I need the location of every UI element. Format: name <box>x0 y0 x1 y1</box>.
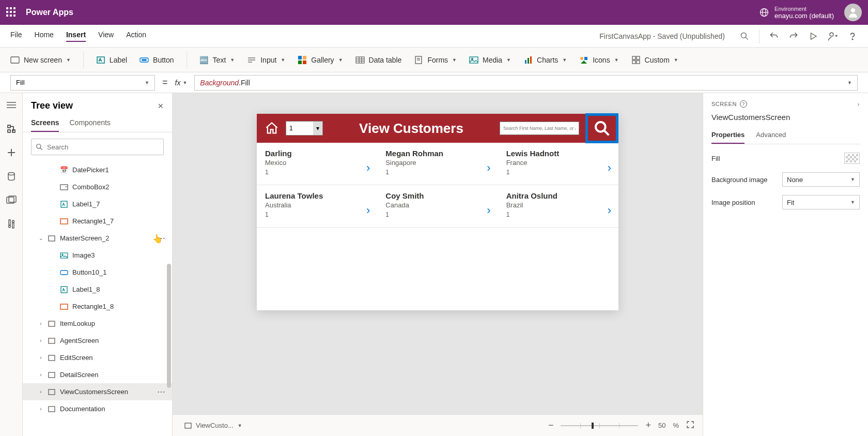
tree-node-detailscreen[interactable]: ›DetailScreen <box>23 366 172 383</box>
chevron-right-icon[interactable]: › <box>366 161 370 175</box>
customer-card[interactable]: Coy SmithCanada1› <box>377 185 498 228</box>
new-screen-button[interactable]: New screen▼ <box>10 55 71 65</box>
customer-card[interactable]: Megan RohmanSingapore1› <box>377 143 498 185</box>
redo-icon[interactable] <box>788 31 799 41</box>
chevron-right-icon[interactable]: › <box>487 204 490 217</box>
more-icon[interactable]: ⋯ <box>157 233 166 243</box>
fit-to-screen-icon[interactable] <box>686 420 694 430</box>
customer-card[interactable]: Anitra OslundBrazil1› <box>498 185 618 228</box>
media-rail-icon[interactable] <box>6 194 17 206</box>
gallery-dropdown[interactable]: Gallery▼ <box>298 55 343 65</box>
help-icon[interactable] <box>847 31 858 41</box>
customer-name: Lewis Hadnott <box>506 149 610 158</box>
app-launcher-icon[interactable] <box>6 7 17 18</box>
tools-rail-icon[interactable] <box>6 218 17 230</box>
home-icon[interactable] <box>264 121 280 136</box>
customer-card[interactable]: DarlingMexico1› <box>257 143 377 185</box>
breadcrumb-selector[interactable]: ViewCusto... ▼ <box>181 420 246 431</box>
insert-rail-icon[interactable] <box>6 147 17 158</box>
chevron-right-icon[interactable]: › <box>608 204 611 217</box>
menu-insert[interactable]: Insert <box>66 31 86 42</box>
icons-dropdown[interactable]: Icons▼ <box>579 55 618 65</box>
customer-card[interactable]: Laurena TowlesAustralia1› <box>257 185 377 228</box>
button-button[interactable]: Button <box>140 55 174 65</box>
tree-node-editscreen[interactable]: ›EditScreen <box>23 349 172 366</box>
tree-node-itemlookup[interactable]: ›ItemLookup <box>23 315 172 332</box>
tree-node-label1-7[interactable]: Label1_7 <box>23 196 172 213</box>
checker-icon[interactable] <box>739 31 750 41</box>
tree-node-button10-1[interactable]: Button10_1 <box>23 264 172 281</box>
bgimage-select[interactable]: None▼ <box>782 172 860 187</box>
fx-button[interactable]: fx▼ <box>175 79 188 87</box>
app-canvas[interactable]: 1▾ View Customers DarlingMexico1› Megan … <box>257 114 618 310</box>
collapse-icon[interactable]: ⌄ <box>38 235 43 241</box>
tree-node-rectangle1-7[interactable]: Rectangle1_7 <box>23 213 172 230</box>
customer-gallery[interactable]: DarlingMexico1› Megan RohmanSingapore1› … <box>257 143 618 228</box>
hamburger-icon[interactable] <box>6 99 17 111</box>
play-icon[interactable] <box>808 31 818 41</box>
charts-dropdown[interactable]: Charts▼ <box>523 55 567 65</box>
property-selector[interactable]: Fill▼ <box>10 75 155 91</box>
tree-view-icon[interactable] <box>6 123 17 134</box>
tree-scrollbar[interactable] <box>167 264 171 388</box>
chevron-right-icon[interactable]: › <box>487 161 490 175</box>
forms-dropdown[interactable]: Forms▼ <box>414 55 457 65</box>
tree-node-rectangle1-8[interactable]: Rectangle1_8 <box>23 298 172 315</box>
custom-dropdown[interactable]: Custom▼ <box>631 55 678 65</box>
expand-icon[interactable]: › <box>38 321 43 326</box>
expand-icon[interactable]: › <box>38 372 43 378</box>
tree-search-input[interactable] <box>47 143 159 151</box>
share-icon[interactable] <box>828 31 838 41</box>
text-dropdown[interactable]: 🔤Text▼ <box>199 55 235 65</box>
chevron-right-icon[interactable]: › <box>858 101 860 107</box>
chevron-right-icon[interactable]: › <box>366 204 370 217</box>
imgpos-select[interactable]: Fit▼ <box>782 195 860 209</box>
data-rail-icon[interactable] <box>6 171 17 182</box>
app-search-input[interactable] <box>500 122 579 135</box>
menu-action[interactable]: Action <box>126 31 146 42</box>
zoom-out-button[interactable]: − <box>548 420 554 431</box>
chevron-right-icon[interactable]: › <box>608 161 611 175</box>
tab-components[interactable]: Components <box>69 115 110 132</box>
menu-file[interactable]: File <box>10 31 22 42</box>
tab-screens[interactable]: Screens <box>31 115 59 132</box>
tree-node-image3[interactable]: Image3 <box>23 247 172 264</box>
tab-advanced[interactable]: Advanced <box>756 131 786 144</box>
tab-properties[interactable]: Properties <box>711 131 745 144</box>
tree-search[interactable] <box>31 139 164 155</box>
user-avatar[interactable] <box>844 4 862 21</box>
search-button[interactable] <box>585 113 618 143</box>
expand-icon[interactable]: › <box>38 406 43 412</box>
expand-icon[interactable]: › <box>38 338 43 343</box>
svg-marker-33 <box>581 61 587 64</box>
more-icon[interactable]: ⋯ <box>157 387 166 397</box>
label-button[interactable]: Label <box>96 55 127 65</box>
tree-node-viewcustomersscreen[interactable]: ›ViewCustomersScreen⋯ <box>23 383 172 400</box>
tree-node-agentscreen[interactable]: ›AgentScreen <box>23 332 172 349</box>
data-table-button[interactable]: Data table <box>355 55 402 65</box>
tree-node-combobox2[interactable]: ComboBox2 <box>23 178 172 196</box>
tree-node-documentation[interactable]: ›Documentation <box>23 400 172 417</box>
tree-node-label1-8[interactable]: Label1_8 <box>23 281 172 298</box>
menu-view[interactable]: View <box>98 31 114 42</box>
tree-node-masterscreen-2[interactable]: ⌄MasterScreen_2⋯ <box>23 230 172 247</box>
svg-point-31 <box>580 57 583 60</box>
tree-node-datepicker1[interactable]: 📅DatePicker1 <box>23 161 172 178</box>
page-dropdown[interactable]: 1▾ <box>286 121 323 136</box>
media-dropdown[interactable]: Media▼ <box>469 55 511 65</box>
zoom-slider[interactable] <box>561 425 638 426</box>
expand-icon[interactable]: › <box>38 355 43 360</box>
formula-input[interactable]: Background.Fill ▼ <box>194 75 858 91</box>
input-dropdown[interactable]: Input▼ <box>247 55 285 65</box>
undo-icon[interactable] <box>769 31 779 41</box>
svg-rect-36 <box>632 61 636 64</box>
menu-home[interactable]: Home <box>35 31 54 42</box>
customer-name: Darling <box>265 149 369 158</box>
zoom-in-button[interactable]: + <box>645 420 651 431</box>
help-icon[interactable]: ? <box>740 100 747 108</box>
close-icon[interactable]: ✕ <box>158 102 164 110</box>
environment-picker[interactable]: Environment enayu.com (default) <box>759 6 834 20</box>
customer-card[interactable]: Lewis HadnottFrance1› <box>498 143 618 185</box>
expand-icon[interactable]: › <box>38 389 43 395</box>
fill-color-swatch[interactable] <box>844 153 860 164</box>
